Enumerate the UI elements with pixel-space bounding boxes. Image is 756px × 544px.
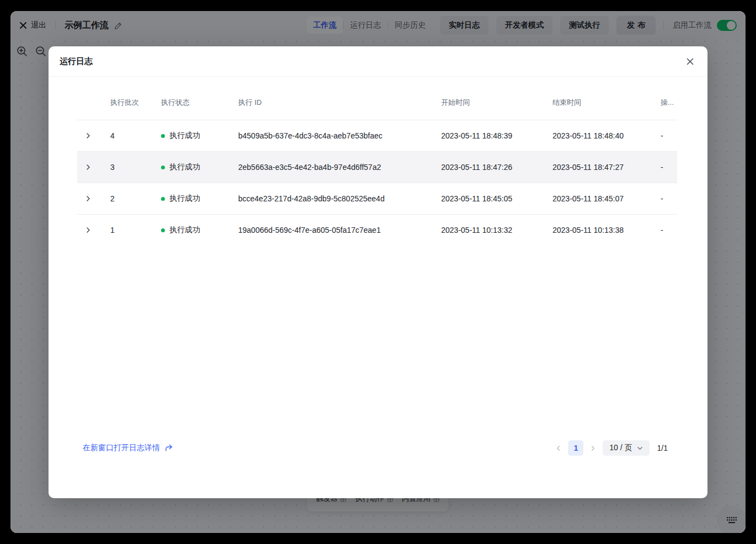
app-window: 退出 示例工作流 工作流 运行日志 同步历史 实时日志 开发者模式 测试执行 发…: [10, 11, 746, 533]
column-header-batch: 执行批次: [104, 98, 154, 108]
status-dot-icon: [161, 166, 165, 169]
cell-id: 19a0066d-569c-4f7e-a605-05fa17c7eae1: [232, 226, 435, 234]
cell-status: 执行成功: [154, 194, 232, 204]
open-log-details-link[interactable]: 在新窗口打开日志详情: [83, 443, 173, 453]
cell-batch: 4: [104, 131, 154, 140]
expand-row-icon[interactable]: [85, 164, 92, 170]
run-log-table: 执行批次 执行状态 执行 ID 开始时间 结束时间 操... 4 执行成功 b4…: [77, 77, 677, 246]
cell-end-time: 2023-05-11 18:47:27: [546, 163, 654, 172]
cell-batch: 3: [104, 163, 154, 172]
cell-id: 2eb5663a-e3c5-4e42-ba4b-97e4d6ff57a2: [232, 163, 435, 172]
table-row[interactable]: 2 执行成功 bcce4e23-217d-42a8-9db9-5c802525e…: [77, 183, 677, 214]
expand-row-icon[interactable]: [85, 132, 92, 139]
cell-status: 执行成功: [154, 162, 232, 172]
modal-close-icon[interactable]: [686, 57, 694, 66]
column-header-id: 执行 ID: [232, 98, 435, 108]
open-in-new-window-icon: [164, 444, 173, 452]
cell-status: 执行成功: [154, 225, 232, 235]
cell-start-time: 2023-05-11 18:48:39: [435, 131, 546, 140]
modal-footer: 在新窗口打开日志详情 1 10 / 页 1/1: [49, 436, 707, 460]
table-row[interactable]: 1 执行成功 19a0066d-569c-4f7e-a605-05fa17c7e…: [77, 214, 677, 246]
prev-page-icon[interactable]: [555, 445, 561, 451]
cell-end-time: 2023-05-11 18:48:40: [546, 131, 654, 140]
cell-id: b4509a5b-637e-4dc3-8c4a-aeb7e53bfaec: [232, 131, 435, 140]
status-dot-icon: [161, 134, 165, 138]
table-row[interactable]: 3 执行成功 2eb5663a-e3c5-4e42-ba4b-97e4d6ff5…: [77, 151, 677, 183]
cell-batch: 1: [104, 226, 154, 234]
page-size-label: 10 / 页: [609, 443, 632, 453]
run-log-modal: 运行日志 执行批次 执行状态 执行 ID 开始时间 结束时间 操... 4 执行…: [49, 46, 707, 498]
open-log-details-label: 在新窗口打开日志详情: [83, 443, 160, 453]
column-header-start: 开始时间: [435, 98, 546, 108]
expand-row-icon[interactable]: [85, 195, 92, 202]
cell-ops: -: [654, 131, 677, 140]
expand-row-icon[interactable]: [85, 227, 92, 233]
status-dot-icon: [161, 228, 165, 232]
page-indicator: 1/1: [657, 444, 668, 452]
modal-header: 运行日志: [49, 46, 707, 77]
page-size-select[interactable]: 10 / 页: [603, 440, 649, 456]
status-dot-icon: [161, 197, 165, 201]
cell-id: bcce4e23-217d-42a8-9db9-5c802525ee4d: [232, 194, 435, 203]
cell-start-time: 2023-05-11 18:47:26: [435, 163, 546, 172]
column-header-status: 执行状态: [154, 98, 232, 108]
cell-batch: 2: [104, 194, 154, 203]
cell-status: 执行成功: [154, 131, 232, 141]
cell-ops: -: [654, 226, 677, 234]
table-row[interactable]: 4 执行成功 b4509a5b-637e-4dc3-8c4a-aeb7e53bf…: [77, 120, 677, 151]
pagination: 1 10 / 页 1/1: [555, 440, 668, 456]
cell-start-time: 2023-05-11 10:13:32: [435, 226, 546, 234]
cell-end-time: 2023-05-11 18:45:07: [546, 194, 654, 203]
cell-end-time: 2023-05-11 10:13:38: [546, 226, 654, 234]
modal-title: 运行日志: [60, 56, 93, 67]
table-header-row: 执行批次 执行状态 执行 ID 开始时间 结束时间 操...: [77, 77, 677, 120]
column-header-end: 结束时间: [546, 98, 654, 108]
cell-start-time: 2023-05-11 18:45:05: [435, 194, 546, 203]
column-header-ops: 操...: [654, 98, 677, 108]
cell-ops: -: [654, 194, 677, 203]
cell-ops: -: [654, 163, 677, 172]
next-page-icon[interactable]: [590, 445, 596, 451]
chevron-down-icon: [637, 445, 643, 451]
page-number-button[interactable]: 1: [568, 440, 583, 456]
